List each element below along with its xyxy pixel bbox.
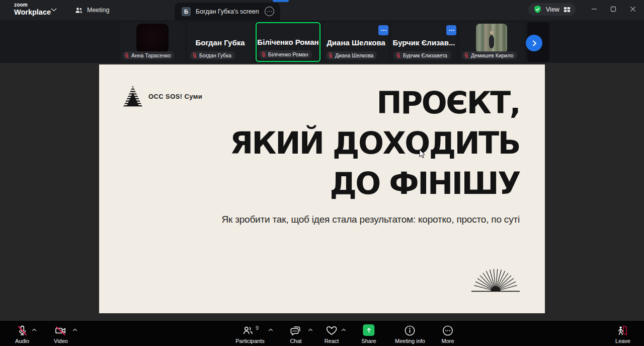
react-options-chevron[interactable] [341,328,347,332]
heart-icon [326,324,338,337]
chat-button[interactable]: Chat [290,324,302,344]
shared-screen-area: ОСС SOS! Суми ПРОЄКТ, ЯКИЙ ДОХОДИТЬ ДО Ф… [0,63,644,321]
meeting-toolbar: Audio Video 9 Participants Chat React [0,321,644,346]
share-button[interactable]: Share [361,324,376,344]
participant-tile-bilichenko-active-speaker[interactable]: Біліченко Роман Біліченко Роман [256,22,320,62]
leave-door-icon [616,324,629,337]
muted-mic-icon [124,52,129,58]
muted-camera-icon [55,324,67,337]
titlebar: zoom Workplace Meeting Б Богдан Губка's … [0,0,644,20]
window-maximize-button[interactable] [605,0,622,18]
share-label: Share [361,338,376,344]
slide-title-line-1: ПРОЄКТ, [230,83,520,123]
chevron-right-icon [531,40,538,47]
zoom-workplace-logo: zoom Workplace [14,3,51,16]
security-shield-icon [533,5,542,14]
participants-options-chevron[interactable] [268,328,274,332]
people-icon [74,6,83,15]
muted-mic-icon [328,52,333,58]
minimize-icon [591,6,597,12]
nameplate-label: Бурчик Єлизавета [403,52,447,58]
window-minimize-button[interactable] [586,0,603,18]
audio-button[interactable]: Audio [15,324,29,344]
tab-options-ellipsis-icon[interactable]: ⋯ [265,7,274,16]
slide-title-line-3: ДО ФІНІШУ [230,163,520,203]
leave-button[interactable]: Leave [615,324,630,344]
logo-text-workplace: Workplace [14,9,51,16]
chat-icon [290,324,302,337]
participant-display-name: Богдан Губка [188,38,253,47]
view-grid-icon [564,6,571,13]
participant-video-feed [136,24,169,53]
more-label: More [441,338,454,344]
striped-pyramid-logo-icon [123,86,142,107]
more-button[interactable]: More [441,324,454,344]
participant-tile-burchyk[interactable]: ⋯ Бурчик Єлизав... Бурчик Єлизавета [391,22,456,62]
audio-label: Audio [15,338,29,344]
participants-button[interactable]: 9 Participants [235,324,264,344]
muted-mic-icon [464,52,469,58]
participants-count: 9 [256,325,259,331]
presentation-slide: ОСС SOS! Суми ПРОЄКТ, ЯКИЙ ДОХОДИТЬ ДО Ф… [99,64,545,313]
nameplate: Богдан Губка [190,51,235,59]
participants-label: Participants [235,338,264,344]
video-label: Video [54,338,68,344]
nameplate-label: Біліченко Роман [268,51,308,57]
muted-mic-icon [396,52,401,58]
nameplate: Бурчик Єлизавета [394,51,451,59]
nameplate: Демишев Кирило [462,51,517,59]
share-indicator-sliver [273,0,289,2]
slide-brand: ОСС SOS! Суми [123,86,202,107]
participant-tile-demyshev[interactable]: Демишев Кирило [459,22,524,62]
tab-meeting[interactable]: Meeting [74,0,109,20]
meeting-info-label: Meeting info [395,338,425,344]
tile-more-ellipsis-icon[interactable]: ⋯ [446,25,456,35]
fan-rays-decoration [471,268,520,292]
slide-brand-label: ОСС SOS! Суми [148,93,202,100]
mouse-cursor [419,149,426,159]
participants-strip: Анна Тарасенко Богдан Губка Богдан Губка… [0,20,644,63]
chevron-down-icon[interactable] [50,7,57,12]
logo-text-zoom: zoom [14,3,51,8]
nameplate-label: Богдан Губка [199,52,231,58]
window-close-button[interactable] [624,0,641,18]
zoom-app-window: zoom Workplace Meeting Б Богдан Губка's … [0,0,644,346]
video-options-chevron[interactable] [72,328,78,332]
nameplate: Анна Тарасенко [122,51,174,59]
tab-meeting-label: Meeting [87,7,109,14]
chat-options-chevron[interactable] [308,328,313,332]
participant-tile-anna[interactable]: Анна Тарасенко [120,22,185,62]
tile-more-ellipsis-icon[interactable]: ⋯ [378,25,388,35]
tab-shared-screen[interactable]: Б Богдан Губка's screen ⋯ [175,3,280,20]
audio-options-chevron[interactable] [32,328,37,332]
view-button-label: View [546,6,559,13]
nameplate: Диана Шелкова [326,51,377,59]
participant-tile-bogdan[interactable]: Богдан Губка Богдан Губка [188,22,253,62]
video-button[interactable]: Video [54,324,68,344]
react-button[interactable]: React [325,324,339,344]
info-icon [404,324,417,337]
participant-tile-diana[interactable]: ⋯ Диана Шелкова Диана Шелкова [324,22,388,62]
participant-photo [476,24,507,53]
muted-mic-icon [192,52,197,58]
nameplate-label: Демишев Кирило [471,52,514,58]
chat-label: Chat [290,338,301,344]
next-participants-button[interactable] [526,35,542,51]
leave-label: Leave [615,338,630,344]
more-ellipsis-icon [442,324,454,337]
tab-badge: Б [182,7,191,16]
maximize-icon [610,6,616,12]
nameplate-label: Диана Шелкова [335,52,373,58]
share-screen-icon [365,326,373,334]
participant-display-name: Біліченко Роман [257,38,319,46]
slide-subtitle: Як зробити так, щоб ідея стала результат… [221,214,520,225]
view-button[interactable]: View [528,3,576,16]
meeting-info-button[interactable]: Meeting info [395,324,425,344]
slide-title-line-2: ЯКИЙ ДОХОДИТЬ [230,123,520,163]
react-label: React [325,338,339,344]
nameplate-label: Анна Тарасенко [131,52,171,58]
close-icon [630,6,636,12]
muted-mic-icon [261,51,266,57]
tab-shared-screen-title: Богдан Губка's screen [196,8,260,15]
muted-mic-icon [16,324,28,337]
